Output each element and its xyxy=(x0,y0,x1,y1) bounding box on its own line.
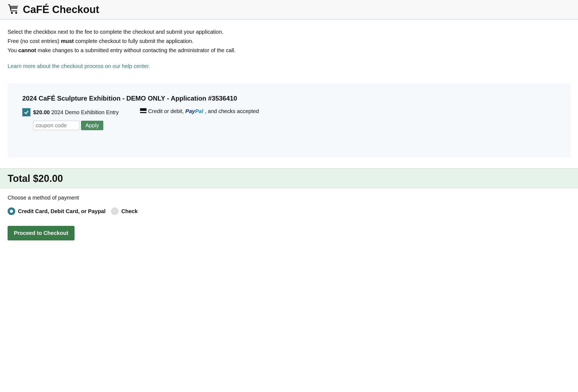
svg-rect-2 xyxy=(140,108,147,113)
page-title: CaFÉ Checkout xyxy=(23,4,99,15)
instruction-line-1: Select the checkbox next to the fee to c… xyxy=(8,27,570,36)
apply-coupon-button[interactable]: Apply xyxy=(81,121,103,130)
credit-card-icon xyxy=(140,108,147,114)
total-bar: Total $20.00 xyxy=(0,169,578,189)
radio-selected-icon xyxy=(8,207,15,215)
instruction-line-3: You cannot make changes to a submitted e… xyxy=(8,46,570,55)
fee-description: 2024 Demo Exhibition Entry xyxy=(51,109,119,115)
fee-row: $20.00 2024 Demo Exhibition Entry Apply … xyxy=(22,108,556,130)
radio-unselected-icon xyxy=(111,207,119,215)
coupon-input[interactable] xyxy=(33,121,79,130)
paypal-logo: PayPal xyxy=(185,108,203,114)
help-center-link[interactable]: Learn more about the checkout process on… xyxy=(8,61,150,71)
instruction-line-2: Free (no cost entries) must complete che… xyxy=(8,36,570,46)
proceed-to-checkout-button[interactable]: Proceed to Checkout xyxy=(8,226,74,240)
cart-icon xyxy=(8,4,19,15)
fee-checkbox[interactable] xyxy=(22,108,30,116)
payment-option-check[interactable]: Check xyxy=(111,207,138,215)
payment-choose-label: Choose a method of payment xyxy=(8,195,570,201)
fee-amount: $20.00 xyxy=(33,109,50,115)
payment-option-card[interactable]: Credit Card, Debit Card, or Paypal xyxy=(8,207,105,215)
svg-point-0 xyxy=(11,12,13,14)
instructions: Select the checkbox next to the fee to c… xyxy=(0,20,578,78)
svg-rect-3 xyxy=(140,111,147,112)
page-header: CaFÉ Checkout xyxy=(0,0,578,20)
total-amount: Total $20.00 xyxy=(8,173,570,184)
svg-point-1 xyxy=(15,12,17,14)
payment-accepted-line: Credit or debit, PayPal, and checks acce… xyxy=(140,108,259,114)
payment-section: Choose a method of payment Credit Card, … xyxy=(0,189,578,251)
cart-item-box: 2024 CaFÉ Sculpture Exhibition - DEMO ON… xyxy=(8,84,570,157)
cart-item-title: 2024 CaFÉ Sculpture Exhibition - DEMO ON… xyxy=(22,95,556,102)
